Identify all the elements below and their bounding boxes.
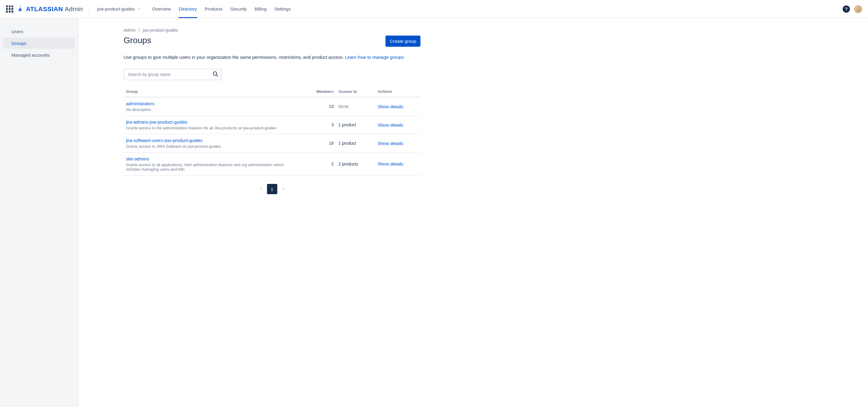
col-header-members: Members [300, 87, 336, 97]
page-number[interactable]: 1 [267, 184, 277, 194]
help-icon[interactable]: ? [843, 5, 850, 13]
sidebar-item-managed-accounts[interactable]: Managed accounts [3, 50, 75, 61]
header-right: ? [843, 5, 862, 13]
show-details-link[interactable]: Show details [378, 104, 403, 109]
page-prev-icon[interactable] [257, 185, 264, 193]
main-layout: Users Groups Managed accounts Admin / js… [0, 18, 868, 407]
group-desc: Grants access to JIRA Software on jsw-pr… [126, 144, 298, 149]
page-next-icon[interactable] [280, 185, 287, 193]
breadcrumb-sep: / [138, 28, 140, 33]
brand-name: ATLASSIAN [26, 5, 63, 13]
description-text: Use groups to give multiple users in you… [124, 55, 345, 60]
search-icon[interactable] [213, 71, 218, 78]
atlassian-logo-icon [18, 5, 24, 13]
site-switcher[interactable]: jsw-product-guides [94, 4, 144, 13]
chevron-down-icon [137, 6, 141, 11]
tab-billing[interactable]: Billing [250, 0, 270, 18]
tab-security[interactable]: Security [226, 0, 250, 18]
show-details-link[interactable]: Show details [378, 161, 403, 166]
group-members: 19 [300, 134, 336, 153]
sidebar: Users Groups Managed accounts [0, 18, 79, 407]
tab-products[interactable]: Products [201, 0, 226, 18]
sidebar-item-groups[interactable]: Groups [3, 38, 75, 49]
search-wrap [124, 69, 221, 80]
breadcrumb: Admin / jsw-product-guides [124, 28, 421, 33]
create-group-button[interactable]: Create group [385, 36, 421, 47]
tab-settings[interactable]: Settings [270, 0, 294, 18]
table-row: site-admins Grants access to all applica… [124, 153, 421, 176]
brand-suffix: Admin [65, 5, 83, 13]
table-row: administrators No description 13 None Sh… [124, 97, 421, 116]
group-access: 1 product [336, 116, 375, 134]
sidebar-item-users[interactable]: Users [3, 26, 75, 37]
group-name-link[interactable]: administrators [126, 101, 298, 106]
top-header: ATLASSIAN Admin jsw-product-guides Overv… [0, 0, 868, 18]
breadcrumb-site[interactable]: jsw-product-guides [143, 28, 179, 33]
page-description: Use groups to give multiple users in you… [124, 55, 421, 60]
learn-link[interactable]: Learn how to manage groups [345, 55, 404, 60]
table-row: jira-admins-jsw-product-guides Grants ac… [124, 116, 421, 134]
show-details-link[interactable]: Show details [378, 141, 403, 146]
group-access: 1 product [336, 134, 375, 153]
svg-line-1 [216, 75, 218, 76]
group-name-link[interactable]: site-admins [126, 156, 298, 161]
app-switcher-icon[interactable] [6, 5, 13, 13]
pagination: 1 [124, 184, 421, 194]
col-header-group: Group [124, 87, 300, 97]
group-members: 3 [300, 116, 336, 134]
col-header-actions: Actions [375, 87, 421, 97]
search-input[interactable] [124, 69, 221, 80]
primary-nav: Overview Directory Products Security Bil… [148, 0, 295, 18]
site-switcher-label: jsw-product-guides [97, 6, 135, 11]
group-desc: Grants access to the administration feat… [126, 126, 298, 130]
group-members: 13 [300, 97, 336, 116]
tab-directory[interactable]: Directory [175, 0, 201, 18]
groups-table: Group Members Access to Actions administ… [124, 87, 421, 176]
table-row: jira-software-users-jsw-product-guides G… [124, 134, 421, 153]
group-desc: Grants access to all applications, their… [126, 162, 298, 171]
group-access: 2 products [336, 153, 375, 176]
group-desc: No description [126, 107, 298, 112]
breadcrumb-admin[interactable]: Admin [124, 28, 135, 33]
main-content: Admin / jsw-product-guides Groups Create… [79, 18, 868, 407]
tab-overview[interactable]: Overview [148, 0, 175, 18]
show-details-link[interactable]: Show details [378, 122, 403, 128]
title-row: Groups Create group [124, 36, 421, 47]
user-avatar[interactable] [854, 5, 862, 13]
col-header-access: Access to [336, 87, 375, 97]
group-members: 2 [300, 153, 336, 176]
group-access: None [336, 97, 375, 116]
group-name-link[interactable]: jira-software-users-jsw-product-guides [126, 138, 298, 143]
page-title: Groups [124, 36, 151, 45]
header-divider [88, 5, 89, 13]
brand-logo-link[interactable]: ATLASSIAN Admin [18, 5, 83, 13]
group-name-link[interactable]: jira-admins-jsw-product-guides [126, 119, 298, 125]
